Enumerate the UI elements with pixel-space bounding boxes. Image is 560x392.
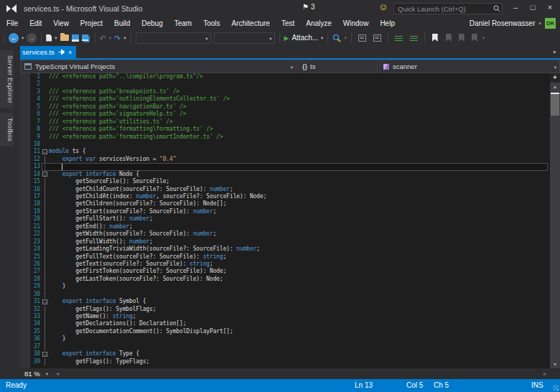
glyph-margin[interactable]: [20, 95, 30, 103]
scroll-left-icon[interactable]: ◂: [54, 370, 61, 377]
glyph-margin[interactable]: [20, 134, 30, 141]
find-in-files-button[interactable]: [331, 31, 342, 45]
code-text[interactable]: getFlags(): SymbolFlags;: [49, 306, 156, 313]
parameter-info-button[interactable]: [370, 31, 385, 45]
code-text[interactable]: module ts {: [49, 148, 85, 155]
code-line[interactable]: 16 getChildCount(sourceFile?: SourceFile…: [20, 186, 550, 193]
menu-item-debug[interactable]: Debug: [136, 17, 168, 29]
clear-bookmarks-button[interactable]: [468, 31, 481, 45]
pin-icon[interactable]: [58, 49, 65, 55]
code-line[interactable]: 24 getLeadingTriviaWidth(sourceFile?: So…: [20, 246, 550, 253]
glyph-margin[interactable]: [20, 156, 30, 163]
code-line[interactable]: 10: [20, 141, 550, 148]
code-line[interactable]: 34 getDeclarations(): Declaration[];: [20, 320, 550, 327]
code-line[interactable]: 4/// <reference path='outliningElementsC…: [20, 95, 550, 103]
previous-bookmark-button[interactable]: [442, 31, 455, 45]
save-all-button[interactable]: [80, 31, 92, 45]
code-text[interactable]: export var servicesVersion = "0.4": [49, 156, 176, 163]
code-line[interactable]: 23 getFullWidth(): number;: [20, 238, 550, 246]
code-line[interactable]: 27 getFirstToken(sourceFile?: SourceFile…: [20, 268, 550, 275]
code-text[interactable]: /// <reference path='formatting\formatti…: [49, 126, 213, 133]
code-text[interactable]: /// <reference path='utilities.ts' />: [49, 118, 173, 126]
attach-button[interactable]: ▶ Attach...: [283, 31, 320, 45]
glyph-margin[interactable]: [20, 148, 30, 155]
code-line[interactable]: 11−module ts {: [20, 148, 550, 155]
code-text[interactable]: getLastToken(sourceFile?: SourceFile): N…: [49, 276, 223, 283]
split-editor-handle[interactable]: +: [550, 73, 560, 83]
new-file-dropdown-caret-icon[interactable]: ▾: [53, 35, 58, 41]
code-text[interactable]: getDocumentationComment(): SymbolDisplay…: [49, 328, 233, 335]
code-text[interactable]: getFullText(sourceFile?: SourceFile): st…: [49, 253, 226, 261]
code-editor[interactable]: 1/// <reference path="..\compiler\progra…: [20, 73, 550, 368]
code-text[interactable]: }: [49, 283, 65, 290]
glyph-margin[interactable]: [20, 80, 30, 88]
glyph-margin[interactable]: [20, 343, 30, 350]
glyph-margin[interactable]: [20, 178, 30, 185]
code-line[interactable]: 29 }: [20, 283, 550, 290]
toolbar-grip[interactable]: [1, 33, 7, 43]
glyph-margin[interactable]: [20, 358, 30, 365]
menu-item-test[interactable]: Test: [276, 17, 300, 29]
fold-toggle-icon[interactable]: −: [42, 149, 47, 154]
code-line[interactable]: 1/// <reference path="..\compiler\progra…: [20, 73, 550, 80]
find-overflow-caret-icon[interactable]: ▾: [342, 35, 347, 41]
glyph-margin[interactable]: [20, 186, 30, 193]
next-bookmark-button[interactable]: [455, 31, 468, 45]
menu-item-build[interactable]: Build: [108, 17, 136, 29]
undo-button[interactable]: ↶: [98, 31, 108, 45]
navigate-forward-button[interactable]: →: [25, 31, 38, 45]
code-line[interactable]: 14− export interface Node {: [20, 171, 550, 178]
code-text[interactable]: getSourceFile(): SourceFile;: [49, 178, 169, 185]
toggle-bookmark-button[interactable]: [428, 31, 442, 45]
code-text[interactable]: /// <reference path='navigationBar.ts' /…: [49, 103, 186, 111]
tab-services-ts[interactable]: services.ts ×: [18, 46, 76, 58]
glyph-margin[interactable]: [20, 200, 30, 207]
minimize-button[interactable]: –: [507, 0, 524, 14]
fold-toggle-icon[interactable]: −: [42, 172, 47, 177]
redo-button[interactable]: ↷: [113, 31, 122, 45]
scroll-down-icon[interactable]: ▼: [550, 360, 560, 368]
code-text[interactable]: getWidth(sourceFile?: SourceFile): numbe…: [49, 230, 216, 238]
side-tab-server-explorer[interactable]: Server Explorer: [0, 50, 14, 108]
menu-item-edit[interactable]: Edit: [24, 17, 47, 29]
glyph-margin[interactable]: [20, 283, 30, 290]
code-line[interactable]: 33 getName(): string;: [20, 313, 550, 320]
increase-indent-button[interactable]: [406, 31, 421, 45]
glyph-margin[interactable]: [20, 111, 30, 118]
notifications-flag-icon[interactable]: ⚑: [302, 3, 309, 11]
menu-item-architecture[interactable]: Architecture: [226, 17, 276, 29]
code-text[interactable]: getName(): string;: [49, 313, 136, 320]
glyph-margin[interactable]: [20, 291, 30, 298]
code-line[interactable]: 30: [20, 291, 550, 298]
back-dropdown-caret-icon[interactable]: ▾: [20, 35, 25, 41]
project-dropdown[interactable]: TypeScript Virtual Projects ▾: [20, 60, 297, 73]
glyph-margin[interactable]: [20, 238, 30, 246]
scroll-up-icon[interactable]: ▲: [550, 83, 560, 90]
code-line[interactable]: 36 }: [20, 335, 550, 342]
glyph-margin[interactable]: [20, 246, 30, 253]
user-dropdown-caret-icon[interactable]: ▾: [538, 21, 541, 27]
code-text[interactable]: export interface Node {: [49, 171, 139, 178]
save-button[interactable]: [70, 31, 80, 45]
glyph-margin[interactable]: [20, 103, 30, 111]
glyph-margin[interactable]: [20, 253, 30, 261]
glyph-margin[interactable]: [20, 88, 30, 95]
glyph-margin[interactable]: [20, 335, 30, 342]
code-text[interactable]: getFullStart(): number;: [49, 215, 153, 223]
fold-toggle-icon[interactable]: −: [42, 299, 47, 304]
glyph-margin[interactable]: [20, 328, 30, 335]
code-line[interactable]: 22 getWidth(sourceFile?: SourceFile): nu…: [20, 230, 550, 238]
type-dropdown[interactable]: {} ts: [298, 60, 378, 73]
code-line[interactable]: 25 getFullText(sourceFile?: SourceFile):…: [20, 253, 550, 261]
code-text[interactable]: /// <reference path='formatting\smartInd…: [49, 134, 223, 141]
code-text[interactable]: getChildAt(index: number, sourceFile?: S…: [49, 193, 266, 200]
code-line[interactable]: 35 getDocumentationComment(): SymbolDisp…: [20, 328, 550, 335]
glyph-margin[interactable]: [20, 313, 30, 320]
code-text[interactable]: /// <reference path='breakpoints.ts' />: [49, 88, 179, 95]
menu-item-project[interactable]: Project: [75, 17, 108, 29]
solution-platforms-combobox[interactable]: ▾: [214, 32, 275, 44]
code-line[interactable]: 26 getText(sourceFile?: SourceFile): str…: [20, 261, 550, 268]
close-button[interactable]: ×: [541, 0, 559, 14]
glyph-margin[interactable]: [20, 126, 30, 133]
code-line[interactable]: 38− export interface Type {: [20, 350, 550, 358]
